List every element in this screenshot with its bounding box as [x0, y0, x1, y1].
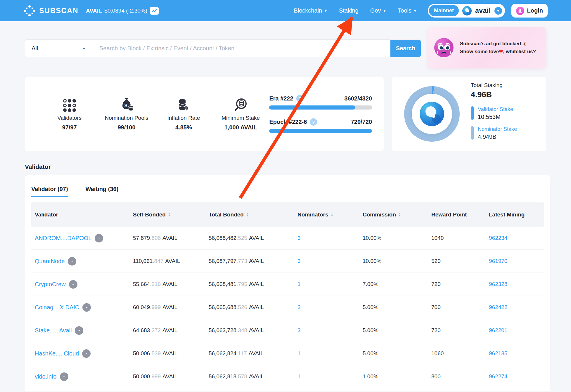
help-icon[interactable]: ?: [310, 118, 317, 126]
search-button[interactable]: Search: [390, 40, 421, 57]
nominators-link[interactable]: 3: [297, 235, 301, 241]
identicon-badge[interactable]: -: [60, 372, 68, 381]
validator-cell: HashKe.... Cloud -: [31, 349, 129, 358]
identicon-badge[interactable]: -: [75, 326, 83, 335]
tab-validator[interactable]: Validator (97): [31, 182, 68, 197]
brand-name: SUBSCAN: [39, 6, 78, 15]
total-bonded-cell: 56,062,818.578AVAIL: [205, 373, 294, 380]
nav-staking-label: Staking: [339, 7, 359, 14]
nominators-link[interactable]: 3: [297, 327, 301, 334]
subscan-brand[interactable]: SUBSCAN: [23, 5, 78, 17]
nominators-cell: 3: [294, 235, 359, 241]
nominators-link[interactable]: 3: [297, 258, 301, 264]
total-bonded-cell: 56,062,824.117AVAIL: [205, 350, 294, 357]
identicon-badge[interactable]: -: [95, 234, 103, 242]
coins-stack-icon: [176, 97, 191, 112]
column-commission[interactable]: Commission▲▼: [359, 211, 428, 218]
total-staking-card: Total Staking 4.96B Validator Stake 10.5…: [392, 77, 546, 151]
stat-value: 99/100: [117, 124, 135, 131]
search-input[interactable]: [92, 40, 390, 57]
identicon-badge[interactable]: -: [82, 303, 91, 312]
network-chevron-down-icon[interactable]: ▼: [494, 7, 502, 15]
era-progress: Era #222 ? 3602/4320: [269, 95, 372, 110]
legend-value: 10.553M: [478, 114, 513, 120]
validator-link[interactable]: CryptoCrew: [35, 281, 66, 288]
stat-inflation-rate: Inflation Rate 4.85%: [155, 97, 212, 131]
latest-mining-link[interactable]: 962274: [489, 373, 507, 380]
total-bonded-cell: 56,087,797.773AVAIL: [205, 258, 294, 264]
network-name: avail: [475, 7, 491, 15]
nav-blockchain[interactable]: Blockchain ▼: [294, 7, 327, 14]
validator-link[interactable]: Coinag....X DAIC: [35, 304, 79, 311]
latest-mining-link[interactable]: 962135: [489, 350, 507, 357]
column-validator: Validator: [31, 211, 129, 218]
commission-cell: 5.00%: [359, 350, 428, 357]
mainnet-button[interactable]: Mainnet: [429, 5, 459, 16]
table-row: ANDROM....DAPOOL - 57,879.806AVAIL 56,08…: [31, 227, 544, 250]
validator-link[interactable]: vido.info: [35, 373, 57, 380]
latest-mining-link[interactable]: 962234: [489, 235, 507, 241]
tab-bar: Validator (97) Waiting (36): [25, 182, 550, 197]
tab-waiting[interactable]: Waiting (36): [86, 182, 119, 197]
table-row: HashKe.... Cloud - 50,006.539AVAIL 56,06…: [31, 342, 544, 365]
sort-icon[interactable]: ▲▼: [246, 213, 249, 217]
column-self-bonded[interactable]: Self-Bonded▲▼: [129, 211, 205, 218]
era-value: 3602/4320: [344, 95, 372, 102]
stat-minimum-stake: Minimum Stake 1,000 AVAIL: [212, 97, 269, 131]
validators-grid-icon: [63, 97, 76, 112]
sort-icon[interactable]: ▲▼: [168, 213, 171, 217]
latest-mining-link[interactable]: 962201: [489, 327, 507, 334]
legend-value: 4.949B: [478, 133, 517, 140]
help-icon[interactable]: ?: [296, 95, 304, 102]
nominators-link[interactable]: 1: [297, 373, 301, 380]
stat-value: 1,000 AVAIL: [224, 124, 257, 131]
table-row: QuantNode - 110,061.847AVAIL 56,087,797.…: [31, 250, 544, 273]
self-bonded-cell: 60,049.999AVAIL: [129, 304, 205, 311]
validator-link[interactable]: QuantNode: [35, 258, 65, 265]
subscan-logo-icon: [23, 5, 36, 17]
stat-value: 97/97: [62, 124, 77, 131]
legend-label[interactable]: Nominator Stake: [478, 126, 517, 132]
sort-icon[interactable]: ▲▼: [331, 213, 333, 217]
stat-label: Nomination Pools: [105, 115, 148, 121]
reward-point-cell: 1060: [428, 350, 485, 357]
latest-mining-link[interactable]: 962422: [489, 304, 507, 311]
total-bonded-cell: 56,065,688.526AVAIL: [205, 304, 294, 311]
column-total-bonded[interactable]: Total Bonded▲▼: [205, 211, 294, 218]
identicon-badge[interactable]: -: [82, 349, 91, 358]
self-bonded-cell: 57,879.806AVAIL: [129, 235, 205, 241]
validator-link[interactable]: HashKe.... Cloud: [35, 350, 79, 357]
validator-cell: Stake..... Avail -: [31, 326, 129, 335]
latest-mining-link[interactable]: 961970: [489, 258, 507, 264]
page-title: Validator: [25, 163, 546, 170]
login-button[interactable]: Login: [511, 4, 548, 18]
validator-table: Validator Self-Bonded▲▼ Total Bonded▲▼ N…: [31, 202, 544, 388]
price-chart-icon[interactable]: [150, 7, 159, 15]
latest-mining-link[interactable]: 962328: [489, 281, 507, 287]
nav-gov[interactable]: Gov ▼: [370, 7, 386, 14]
sort-icon[interactable]: ▲▼: [398, 213, 401, 217]
search-filter-select[interactable]: All ▼: [25, 40, 92, 57]
era-progress-fill: [269, 105, 355, 110]
nominators-link[interactable]: 1: [297, 281, 301, 287]
column-nominators[interactable]: Nominators▲▼: [294, 211, 359, 218]
legend-label[interactable]: Validator Stake: [478, 106, 513, 112]
network-selector[interactable]: Mainnet avail ▼: [428, 4, 505, 18]
nav-staking[interactable]: Staking: [339, 7, 359, 14]
nav-tools[interactable]: Tools ▼: [398, 7, 417, 14]
token-price-text: $0.0894 (-2.30%): [104, 8, 147, 14]
nominators-cell: 1: [294, 373, 359, 380]
validator-link[interactable]: Stake..... Avail: [35, 327, 72, 334]
self-bonded-cell: 55,664.216AVAIL: [129, 281, 205, 287]
table-row: Coinag....X DAIC - 60,049.999AVAIL 56,06…: [31, 296, 544, 319]
identicon-badge[interactable]: -: [69, 280, 77, 289]
nominators-link[interactable]: 1: [297, 350, 301, 357]
avail-logo-icon: [420, 102, 444, 126]
validator-link[interactable]: ANDROM....DAPOOL: [35, 235, 91, 242]
legend-swatch: [471, 106, 474, 120]
nominators-link[interactable]: 2: [297, 304, 301, 311]
nominators-cell: 3: [294, 258, 359, 264]
identicon-badge[interactable]: -: [68, 257, 76, 266]
commission-cell: 5.00%: [359, 327, 428, 334]
validator-cell: Coinag....X DAIC -: [31, 303, 129, 312]
